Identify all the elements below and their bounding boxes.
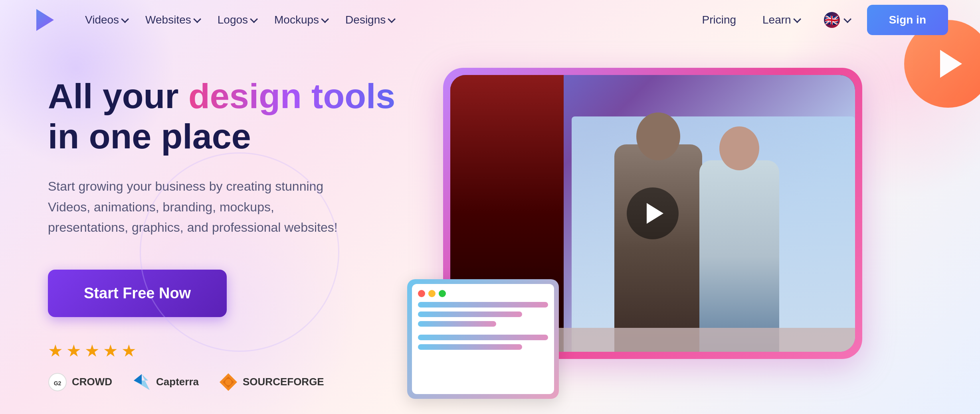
mockup-line-3 [418, 321, 496, 327]
nav-item-pricing[interactable]: Pricing [695, 10, 743, 30]
nav-logos-chevron [250, 15, 258, 23]
mockup-line-4 [418, 335, 548, 340]
svg-text:G2: G2 [54, 380, 61, 386]
nav-links: Videos Websites Logos Mockups Designs [78, 10, 695, 30]
nav-item-designs[interactable]: Designs [338, 10, 401, 30]
nav-websites-chevron [193, 15, 201, 23]
nav-designs-chevron [388, 15, 396, 23]
capterra-icon [132, 373, 151, 392]
nav-mockups-chevron [321, 15, 329, 23]
nav-pricing-label: Pricing [702, 14, 736, 26]
trust-badges: G2 CROWD Capterra SOURCEFORGE [48, 373, 407, 392]
dot-red [418, 290, 425, 297]
nav-right: Pricing Learn 🇬🇧 Sign in [695, 5, 948, 35]
star-5: ★ [121, 341, 137, 361]
svg-point-6 [225, 379, 232, 385]
nav-logos-label: Logos [218, 14, 248, 26]
nav-item-learn[interactable]: Learn [755, 10, 806, 30]
dot-green [439, 290, 446, 297]
sourceforge-label: SOURCEFORGE [243, 376, 324, 388]
svg-marker-3 [134, 374, 142, 384]
badge-sourceforge: SOURCEFORGE [219, 373, 324, 392]
hero-section: All your design tools in one place Start… [0, 40, 980, 392]
nav-videos-label: Videos [85, 14, 119, 26]
mockup-line-5 [418, 344, 522, 350]
nav-item-mockups[interactable]: Mockups [267, 10, 334, 30]
g2-label: CROWD [72, 376, 112, 388]
star-4: ★ [103, 341, 118, 361]
nav-learn-chevron [793, 15, 801, 23]
star-3: ★ [85, 341, 100, 361]
capterra-label: Capterra [156, 376, 199, 388]
navbar: Videos Websites Logos Mockups Designs Pr… [0, 0, 980, 40]
nav-videos-chevron [121, 15, 129, 23]
nav-item-videos[interactable]: Videos [78, 10, 134, 30]
video-people-area [572, 116, 855, 352]
mockup-line-2 [418, 311, 522, 317]
badge-capterra: Capterra [132, 373, 199, 392]
star-1: ★ [48, 341, 63, 361]
mockup-dots [418, 290, 548, 297]
deco-circle [140, 152, 339, 352]
logo-icon [32, 9, 54, 31]
nav-mockups-label: Mockups [274, 14, 319, 26]
video-container [431, 56, 870, 367]
hero-title-gradient: design tools [188, 76, 395, 116]
dot-yellow [428, 290, 436, 297]
mockup-inner [412, 284, 554, 394]
person-silhouette-2 [699, 160, 779, 352]
nav-item-websites[interactable]: Websites [138, 10, 206, 30]
g2-icon: G2 [48, 373, 67, 392]
play-overlay[interactable] [627, 187, 679, 239]
hero-title-plain1: All your [48, 76, 188, 116]
star-2: ★ [66, 341, 81, 361]
person-silhouette-1 [614, 144, 702, 352]
sourceforge-icon [219, 373, 238, 392]
language-selector[interactable]: 🇬🇧 [818, 9, 855, 31]
hero-right [431, 56, 932, 367]
nav-item-logos[interactable]: Logos [210, 10, 263, 30]
hero-title-plain2: in one place [48, 116, 251, 156]
lang-chevron [843, 15, 851, 23]
logo[interactable] [32, 9, 54, 31]
mockup-line-1 [418, 302, 548, 308]
nav-websites-label: Websites [145, 14, 191, 26]
flag-icon: 🇬🇧 [824, 12, 840, 28]
nav-learn-label: Learn [762, 14, 791, 26]
badge-g2: G2 CROWD [48, 373, 112, 392]
nav-designs-label: Designs [345, 14, 386, 26]
hero-title: All your design tools in one place [48, 76, 407, 156]
website-mockup-card [407, 279, 559, 399]
signin-button[interactable]: Sign in [867, 5, 948, 35]
